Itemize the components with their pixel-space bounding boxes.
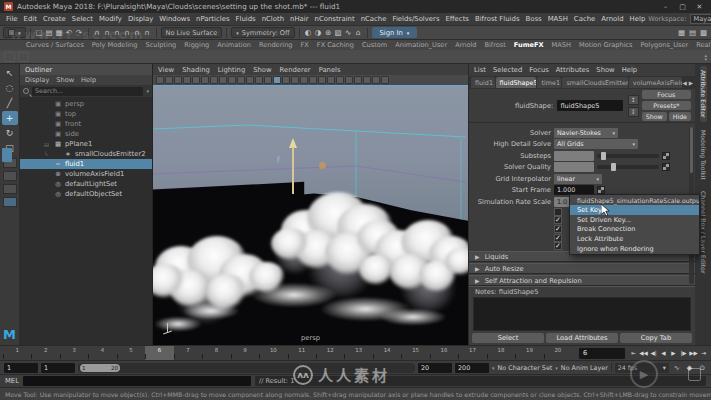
move-tool[interactable]: + <box>2 111 18 125</box>
custom-layout-button[interactable] <box>3 197 17 207</box>
rotate-tool[interactable]: ↻ <box>2 126 18 140</box>
shelf-tab[interactable]: Rendering <box>259 41 293 49</box>
attribute-editor-menu-item[interactable]: Help <box>622 66 638 74</box>
go-to-start-button[interactable]: ⇤ <box>629 348 638 359</box>
solver-quality-slider[interactable] <box>597 165 659 169</box>
undo-icon[interactable]: ↶ <box>65 27 74 38</box>
make-live-icon[interactable]: ∩ <box>143 27 152 38</box>
outliner-item[interactable]: ≈fluid1 <box>20 159 152 169</box>
viewport-menu-item[interactable]: Renderer <box>280 66 311 74</box>
checkbox[interactable] <box>554 208 562 216</box>
toolbox-icon[interactable]: ⌂ <box>354 27 363 38</box>
fps-dropdown[interactable]: 24 fps▾ <box>615 363 669 373</box>
shelf-tab[interactable]: Animation <box>217 41 251 49</box>
timeline-frame-10[interactable]: 10 <box>259 346 287 360</box>
animation-preferences-icon[interactable]: ⊙ <box>697 364 707 372</box>
shelf-item-slot[interactable] <box>4 52 15 62</box>
viewport-toolbar-icon[interactable] <box>246 76 254 84</box>
viewport-toolbar-icon[interactable] <box>228 76 236 84</box>
footer-button[interactable]: Load Attributes <box>546 333 618 343</box>
shelf-tab[interactable]: FX Caching <box>317 41 354 49</box>
context-menu-item[interactable]: Lock Attribute <box>570 234 699 244</box>
maximize-button[interactable]: ▢ <box>675 1 690 12</box>
viewport-menu-item[interactable]: Panels <box>319 66 341 74</box>
timeline-ticks[interactable]: 1234567891011121314151617181920 <box>0 346 575 360</box>
attribute-editor-toggle-icon[interactable]: ▤ <box>688 27 697 38</box>
playback-start-field[interactable]: 1 <box>41 363 75 373</box>
outliner-menu-item[interactable]: Help <box>81 76 96 84</box>
ipr-render-icon[interactable]: ◑ <box>314 27 323 38</box>
menu-item[interactable]: Windows <box>156 15 193 23</box>
grid-interpolator-dropdown[interactable]: linear▾ <box>554 174 602 184</box>
step-back-key-button[interactable]: ◀| <box>649 348 658 359</box>
viewport-menu-item[interactable]: Lighting <box>218 66 245 74</box>
filter-chevron-icon[interactable]: ▾ <box>146 88 149 94</box>
anim-layer-dropdown[interactable]: ▾No Anim Layer <box>555 364 608 372</box>
playback-end-field[interactable]: 20 <box>418 363 452 373</box>
menu-item[interactable]: Effects <box>443 15 472 23</box>
menu-item[interactable]: nHair <box>287 15 312 23</box>
tab-scroll-left-icon[interactable]: ◀ <box>683 80 687 86</box>
viewport-toolbar-icon[interactable] <box>210 76 218 84</box>
timeline-frame-14[interactable]: 14 <box>373 346 401 360</box>
timeline-frame-17[interactable]: 17 <box>458 346 486 360</box>
menu-item[interactable]: Fluids <box>233 15 259 23</box>
attribute-editor-tab[interactable]: fluid1 <box>471 77 495 88</box>
outliner-item[interactable]: ⊚volumeAxisField1 <box>20 169 152 179</box>
selection-mask-dropdown[interactable]: ▾ <box>3 27 26 38</box>
timeline-frame-8[interactable]: 8 <box>202 346 230 360</box>
high-detail-solve-dropdown[interactable]: All Grids▾ <box>554 139 638 149</box>
shelf-tab[interactable]: FumeFX <box>514 41 544 49</box>
outliner-item[interactable]: ▣front <box>20 119 152 129</box>
viewport-toolbar-icon[interactable] <box>192 76 200 84</box>
mel-label[interactable]: MEL <box>5 377 19 385</box>
outliner-item[interactable]: ▣side <box>20 129 152 139</box>
context-menu-item[interactable]: Break Connection <box>570 225 699 235</box>
timeline-frame-7[interactable]: 7 <box>174 346 202 360</box>
step-back-frame-button[interactable]: ◀◀ <box>639 348 648 359</box>
timeline-frame-1[interactable]: 1 <box>3 346 31 360</box>
attribute-editor-tab[interactable]: smallCloudsEmitter2 <box>562 77 627 88</box>
attribute-editor-menu-item[interactable]: List <box>474 66 486 74</box>
timeline-frame-18[interactable]: 18 <box>487 346 515 360</box>
timeline-frame-11[interactable]: 11 <box>288 346 316 360</box>
viewport-toolbar-icon[interactable] <box>273 76 281 84</box>
viewport-toolbar-icon[interactable] <box>201 76 209 84</box>
play-backwards-button[interactable]: ◀ <box>659 348 668 359</box>
timeline-frame-2[interactable]: 2 <box>31 346 59 360</box>
timeline-frame-16[interactable]: 16 <box>430 346 458 360</box>
viewport-toolbar-icon[interactable] <box>381 76 389 84</box>
live-surface-dropdown[interactable]: No Live Surface <box>161 27 223 38</box>
viewport-toolbar-icon[interactable] <box>237 76 245 84</box>
four-pane-layout-button[interactable] <box>3 171 17 181</box>
viewport-toolbar-icon[interactable] <box>345 76 353 84</box>
checkbox[interactable]: ✓ <box>554 242 562 250</box>
emitter-locator[interactable] <box>319 162 326 169</box>
viewport-menu-item[interactable]: Shading <box>182 66 210 74</box>
move-manipulator-axis[interactable] <box>292 147 294 194</box>
shelf-tab[interactable]: Bifrost <box>484 41 505 49</box>
viewport-toolbar-icon[interactable] <box>183 76 191 84</box>
range-slider-track[interactable]: 1 20 <box>78 363 415 373</box>
node-name-field[interactable]: fluidShape5 <box>557 100 623 111</box>
menu-item[interactable]: Bifrost Fluids <box>472 15 523 23</box>
attribute-editor-menu-item[interactable]: Attributes <box>556 66 590 74</box>
auto-keyframe-icon[interactable]: ◆ <box>685 364 694 372</box>
outliner-item[interactable]: ▣persp <box>20 99 152 109</box>
redo-icon[interactable]: ↷ <box>75 27 84 38</box>
attribute-editor-tab[interactable]: time1 <box>537 77 561 88</box>
menu-item[interactable]: Boss <box>523 15 545 23</box>
collapsed-section[interactable]: ▶Auto Resize <box>469 263 695 274</box>
notes-field[interactable] <box>473 297 691 331</box>
character-set-dropdown[interactable]: ▾No Character Set <box>492 364 552 372</box>
viewport-toolbar-icon[interactable] <box>255 76 263 84</box>
timeline-frame-19[interactable]: 19 <box>515 346 543 360</box>
outliner-item[interactable]: ◎defaultObjectSet <box>20 189 152 199</box>
snap-curve-icon[interactable]: ∩ <box>103 27 112 38</box>
mel-input[interactable] <box>23 376 251 386</box>
graph-editor-icon[interactable]: ∿ <box>344 27 353 38</box>
menu-item[interactable]: Edit <box>21 15 40 23</box>
context-menu-item[interactable]: Ignore when Rendering <box>570 244 699 254</box>
outliner-search-input[interactable]: Search... <box>32 87 143 96</box>
viewport-menu-item[interactable]: Show <box>253 66 271 74</box>
